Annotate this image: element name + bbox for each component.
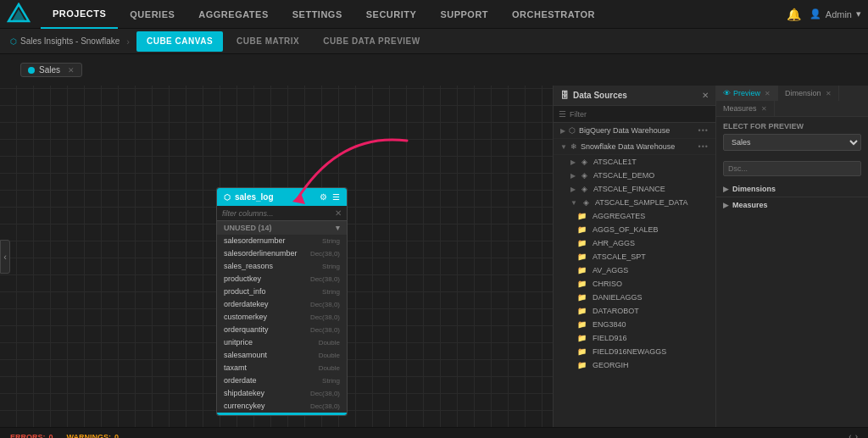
nav-item-security[interactable]: SECURITY <box>354 0 429 29</box>
ds-folder-aggregates[interactable]: 📁 AGGREGATES <box>554 209 715 223</box>
breadcrumb-icon: ⬡ <box>10 37 17 46</box>
cube-settings-icon[interactable]: ⚙ <box>320 192 327 202</box>
scroll-left-icon[interactable]: ‹ <box>849 432 851 438</box>
bell-icon[interactable]: 🔔 <box>787 8 801 21</box>
cube-row-6[interactable]: customerkey Dec(38,0) <box>217 311 347 324</box>
ds-sub-atscale-finance[interactable]: ▶ ◈ ATSCALE_FINANCE <box>554 182 715 196</box>
logo[interactable] <box>7 3 31 26</box>
cube-row-0[interactable]: salesordernumber String <box>217 235 347 247</box>
ds-folder-label-field916new: FIELD916NEWAGGS <box>593 347 666 356</box>
ds-folder-label-atscale-spt: ATSCALE_SPT <box>593 252 646 261</box>
ds-folder-field916[interactable]: 📁 FIELD916 <box>554 331 715 345</box>
data-sources-title: 🗄 Data Sources <box>560 91 627 100</box>
sales-tag[interactable]: Sales ✕ <box>20 63 82 77</box>
ds-folder-label-danielaggs: DANIELAGGS <box>593 293 643 302</box>
ds-expand-bigquery: ▶ <box>560 127 565 135</box>
cube-section-header: UNUSED (14) ▾ <box>217 221 347 235</box>
errors-value: 0 <box>49 433 53 439</box>
rp-tab-dimension[interactable]: Dimension ✕ <box>778 86 839 101</box>
cube-row-2[interactable]: sales_reasons String <box>217 260 347 273</box>
ds-folder-icon-field916new: 📁 <box>577 347 587 356</box>
ds-schema-icon-atscale-sample: ◈ <box>583 198 589 207</box>
nav-item-projects[interactable]: PROJECTS <box>41 0 118 29</box>
cube-section-arrow[interactable]: ▾ <box>336 224 340 232</box>
user-menu[interactable]: 👤 Admin ▾ <box>810 8 861 19</box>
data-sources-close-icon[interactable]: ✕ <box>702 91 709 100</box>
ds-dots-snowflake[interactable]: ••• <box>698 142 709 151</box>
cube-row-11[interactable]: orderdate String <box>217 374 347 387</box>
col-type-0: String <box>322 237 340 245</box>
cube-bottom-bar <box>217 413 347 415</box>
ds-item-snowflake[interactable]: ▼ ❄ Snowflake Data Warehouse ••• <box>554 139 715 155</box>
cube-row-9[interactable]: salesamount Double <box>217 349 347 362</box>
ds-folder-chriso[interactable]: 📁 CHRISO <box>554 277 715 291</box>
ds-folder-datarobot[interactable]: 📁 DATAROBOT <box>554 304 715 318</box>
ds-sub-atscale-demo[interactable]: ▶ ◈ ATSCALE_DEMO <box>554 169 715 182</box>
user-name: Admin <box>826 9 852 19</box>
cube-filter-input[interactable] <box>222 209 331 218</box>
measures-expand-icon[interactable]: ▶ <box>723 201 729 209</box>
nav-item-settings[interactable]: SETTINGS <box>281 0 354 29</box>
nav-item-orchestrator[interactable]: ORCHESTRATOR <box>500 0 607 29</box>
tab-cube-canvas[interactable]: CUBE CANVAS <box>136 31 223 52</box>
ds-folder-georgih[interactable]: 📁 GEORGIH <box>554 358 715 372</box>
rp-tab-measures[interactable]: Measures ✕ <box>716 101 775 116</box>
nav-item-queries[interactable]: QUERIES <box>118 0 186 29</box>
ds-folder-label-georgih: GEORGIH <box>593 361 629 369</box>
rp-tab-preview[interactable]: 👁 Preview ✕ <box>716 86 778 101</box>
nav-item-support[interactable]: SUPPORT <box>428 0 500 29</box>
cube-row-3[interactable]: productkey Dec(38,0) <box>217 273 347 286</box>
description-input[interactable] <box>723 161 861 176</box>
rp-tab-preview-close[interactable]: ✕ <box>765 90 771 97</box>
data-sources-scroll[interactable]: ▶ ⬡ BigQuery Data Warehouse ••• ▼ ❄ Snow… <box>554 123 715 427</box>
right-panel-dimensions-header: ▶ Dimensions <box>716 181 868 197</box>
cube-row-12[interactable]: shipdatekey Dec(38,0) <box>217 387 347 400</box>
tab-cube-matrix[interactable]: CUBE MATRIX <box>226 31 309 52</box>
ds-folder-eng3840[interactable]: 📁 ENG3840 <box>554 318 715 331</box>
scroll-right-icon[interactable]: › <box>855 432 858 438</box>
rp-tab-measures-close[interactable]: ✕ <box>761 105 767 113</box>
ds-item-bigquery[interactable]: ▶ ⬡ BigQuery Data Warehouse ••• <box>554 123 715 139</box>
ds-dots-bigquery[interactable]: ••• <box>698 126 709 135</box>
left-collapse-arrow[interactable]: ‹ <box>0 240 10 274</box>
cube-menu-icon[interactable]: ☰ <box>332 192 340 202</box>
ds-sub-atscale1t[interactable]: ▶ ◈ ATSCALE1T <box>554 155 715 169</box>
ds-folder-ahr-aggs[interactable]: 📁 AHR_AGGS <box>554 236 715 250</box>
ds-schema-icon-atscale1t: ◈ <box>581 158 587 166</box>
ds-folder-label-datarobot: DATAROBOT <box>593 307 639 315</box>
ds-sub-atscale-sample[interactable]: ▼ ◈ ATSCALE_SAMPLE_DATA <box>554 196 715 209</box>
cube-row-7[interactable]: orderquantity Dec(38,0) <box>217 324 347 336</box>
cube-row-8[interactable]: unitprice Double <box>217 336 347 349</box>
col-name-6: customerkey <box>224 313 267 321</box>
breadcrumb-label: Sales Insights - Snowflake <box>20 36 120 46</box>
cube-row-13[interactable]: currencykey Dec(38,0) <box>217 400 347 413</box>
data-sources-header: 🗄 Data Sources ✕ <box>554 86 715 106</box>
col-name-11: orderdate <box>224 376 257 385</box>
breadcrumb[interactable]: ⬡ Sales Insights - Snowflake <box>10 36 120 46</box>
col-type-13: Dec(38,0) <box>310 402 340 410</box>
dimensions-expand-icon[interactable]: ▶ <box>723 185 729 193</box>
cube-row-1[interactable]: salesorderlinenumber Dec(38,0) <box>217 247 347 260</box>
ds-folder-icon-ahr-aggs: 📁 <box>577 239 587 247</box>
cube-row-4[interactable]: product_info String <box>217 286 347 298</box>
ds-folder-icon-field916: 📁 <box>577 334 587 342</box>
cube-clear-icon[interactable]: ✕ <box>335 208 342 218</box>
nav-item-aggregates[interactable]: AGGREGATES <box>186 0 280 29</box>
col-type-3: Dec(38,0) <box>310 275 340 283</box>
ds-folder-aggs-kaleb[interactable]: 📁 AGGS_OF_KALEB <box>554 223 715 236</box>
data-sources-filter-input[interactable] <box>570 110 710 119</box>
ds-folder-av-aggs[interactable]: 📁 AV_AGGS <box>554 263 715 277</box>
ds-folder-atscale-spt[interactable]: 📁 ATSCALE_SPT <box>554 250 715 263</box>
col-type-5: Dec(38,0) <box>310 301 340 308</box>
warnings-label: WARNINGS: <box>67 433 112 439</box>
ds-folder-danielaggs[interactable]: 📁 DANIELAGGS <box>554 291 715 304</box>
ds-folder-field916new[interactable]: 📁 FIELD916NEWAGGS <box>554 345 715 358</box>
sales-close-icon[interactable]: ✕ <box>68 66 75 75</box>
preview-select[interactable]: Sales <box>723 134 861 151</box>
cube-row-10[interactable]: taxamt Double <box>217 362 347 374</box>
rp-tab-dimension-close[interactable]: ✕ <box>826 90 832 97</box>
cube-row-5[interactable]: orderdatekey Dec(38,0) <box>217 298 347 311</box>
dimensions-label: Dimensions <box>732 185 776 193</box>
tab-cube-data-preview[interactable]: CUBE DATA PREVIEW <box>313 31 430 52</box>
cube-card: ⬡ sales_log ⚙ ☰ ✕ UNUSED (14) ▾ salesord… <box>216 187 348 416</box>
